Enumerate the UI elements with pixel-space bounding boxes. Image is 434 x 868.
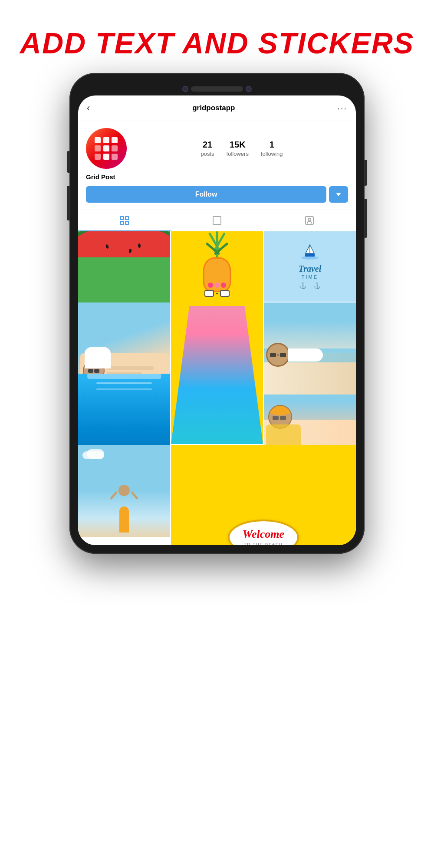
svg-rect-3 [125, 221, 128, 224]
phone-shell: ‹ gridpostapp ··· [69, 73, 365, 554]
instagram-header: ‹ gridpostapp ··· [78, 95, 356, 121]
svg-point-6 [308, 218, 311, 221]
more-options-button[interactable]: ··· [337, 103, 347, 113]
phone-top-bar [78, 82, 356, 95]
volume-button-right [365, 199, 367, 238]
tagged-tab-icon [304, 215, 315, 226]
following-stat: 1 following [261, 140, 283, 158]
front-camera-dot [182, 86, 188, 92]
tab-post[interactable] [171, 210, 263, 231]
profile-top-row: 21 posts 15K followers 1 following [86, 128, 348, 169]
profile-name-row: Grid Post [86, 169, 348, 186]
profile-username: gridpostapp [192, 104, 235, 112]
posts-count: 21 [201, 140, 214, 150]
page-header: ADD TEXT AND STICKERS [0, 0, 434, 73]
travel-time-sub: TIME [299, 274, 322, 279]
back-button[interactable]: ‹ [87, 102, 90, 114]
front-sensor-dot [246, 86, 252, 92]
volume-button-left-1 [67, 151, 69, 173]
phone-container: ‹ gridpostapp ··· [0, 73, 434, 554]
avatar-dot-4 [95, 145, 101, 151]
profile-section: 21 posts 15K followers 1 following [78, 121, 356, 210]
following-label: following [261, 151, 283, 157]
grid-cell-sky-dance[interactable] [78, 445, 170, 537]
profile-display-name: Grid Post [86, 173, 115, 181]
avatar-dot-8 [103, 154, 109, 160]
avatar-dot-6 [112, 145, 118, 151]
travel-time-text: Travel [299, 264, 322, 273]
svg-rect-2 [121, 221, 124, 224]
photo-grid: Travel TIME ⚓ ⚓ [78, 231, 356, 515]
phone-screen: ‹ gridpostapp ··· [78, 95, 356, 545]
svg-rect-1 [125, 217, 128, 220]
tab-tagged[interactable] [263, 210, 356, 231]
tab-grid[interactable] [78, 210, 171, 231]
speaker-grille [191, 86, 243, 92]
avatar-dot-5 [103, 145, 109, 151]
boat-icon [299, 244, 321, 261]
avatar [86, 128, 127, 169]
volume-button-left-2 [67, 186, 69, 220]
avatar-dot-7 [95, 154, 101, 160]
follow-button-row: Follow [86, 186, 348, 210]
follow-button[interactable]: Follow [86, 186, 326, 203]
following-count: 1 [261, 140, 283, 150]
welcome-sub: TO THE BEACH [243, 542, 284, 545]
svg-point-10 [301, 256, 319, 260]
grid-cell-beach-sunglasses[interactable] [264, 302, 356, 395]
profile-stats: 21 posts 15K followers 1 following [135, 140, 348, 158]
chevron-down-icon [336, 193, 341, 196]
posts-stat: 21 posts [201, 140, 214, 158]
avatar-dot-1 [95, 137, 101, 143]
follow-dropdown-button[interactable] [329, 186, 348, 203]
followers-stat: 15K followers [227, 140, 249, 158]
grid-cell-travel-time[interactable]: Travel TIME ⚓ ⚓ [264, 231, 356, 302]
page-headline: ADD TEXT AND STICKERS [17, 26, 417, 60]
post-tab-icon [212, 215, 222, 226]
svg-rect-0 [121, 217, 124, 220]
profile-tab-bar [78, 210, 356, 231]
grid-cell-welcome[interactable]: Welcome TO THE BEACH [171, 445, 356, 545]
grid-cell-pineapple-woman[interactable] [171, 231, 263, 444]
svg-rect-4 [213, 217, 221, 224]
grid-tab-icon [119, 215, 130, 226]
followers-label: followers [227, 151, 249, 157]
avatar-dot-9 [112, 154, 118, 160]
avatar-dot-3 [112, 137, 118, 143]
avatar-grid-icon [95, 137, 118, 160]
followers-count: 15K [227, 140, 249, 150]
power-button [365, 160, 367, 186]
welcome-text: Welcome [243, 528, 284, 541]
avatar-dot-2 [103, 137, 109, 143]
posts-label: posts [201, 151, 214, 157]
